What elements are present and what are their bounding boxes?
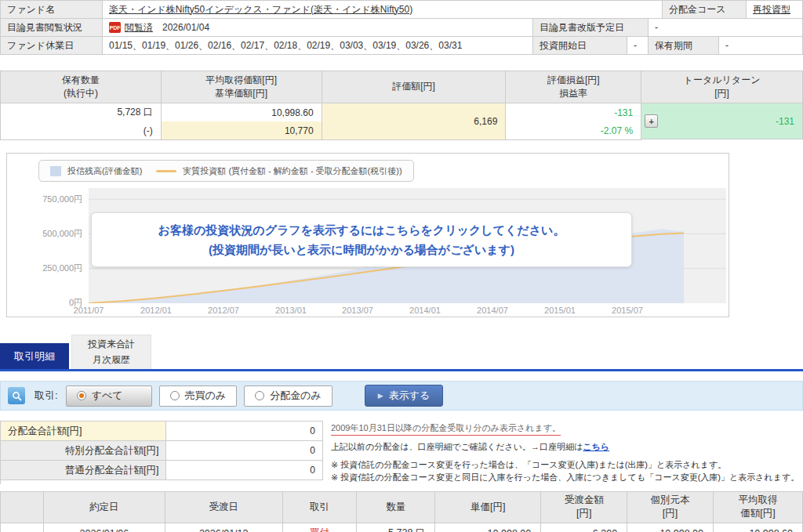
prospectus-row: 目論見書閲覧状況 PDF 閲覧済 2026/01/04 目論見書改版予定日 - [1, 19, 803, 37]
holding-period-value: - [719, 37, 803, 55]
note-cutoff-date: 2009年10月31日以降の分配金受取り分のみ表示されます。 [331, 422, 561, 436]
search-icon [8, 387, 25, 404]
overlay-line2: (投資期間が長いと表示に時間がかかる場合がございます) [209, 240, 514, 260]
prospectus-rev-label: 目論見書改版予定日 [533, 19, 649, 37]
header-empty [1, 491, 44, 523]
pl-cell: -131 -2.07 % [506, 103, 641, 140]
fund-holiday-row: ファンド休業日 01/15、01/19、01/26、02/16、02/17、02… [1, 37, 803, 55]
filter-label: 取引: [35, 389, 58, 403]
ordinary-distribution-row: 普通分配金合計額[円] 0 [1, 461, 323, 480]
total-return-cell: + -131 [641, 103, 803, 139]
radio-all-selected-icon[interactable] [77, 391, 86, 400]
nav-value: 10,770 [162, 121, 322, 139]
header-pl: 評価損益[円] 損益率 [506, 71, 641, 103]
header-quantity: 保有数量 (執行中) [1, 71, 162, 103]
distribution-total-value: 0 [166, 422, 323, 441]
distribution-section: 分配金合計額[円] 0 特別分配金合計額[円] 0 普通分配金合計額[円] 0 … [0, 421, 803, 484]
header-tx-quantity: 数量 [357, 491, 435, 523]
dist-course-link[interactable]: 再投資型 [753, 3, 790, 16]
pdf-icon[interactable]: PDF [109, 22, 121, 33]
show-button-label: 表示する [389, 389, 431, 403]
holding-period-label: 保有期間 [649, 37, 719, 55]
investment-chart: 投信残高(評価金額) 実質投資額 (買付金額 - 解約金額 - 受取分配金額(税… [6, 153, 729, 317]
valuation-value: 6,169 [322, 103, 506, 139]
header-settle-date: 受渡日 [165, 491, 282, 523]
y-tick-750000: 750,000円 [7, 194, 82, 205]
fund-name-link[interactable]: 楽天・インド株Nifty50インデックス・ファンド(楽天・インド株Nifty50… [109, 3, 412, 16]
prospectus-viewed-link[interactable]: 閲覧済 [125, 21, 153, 34]
header-settle-amount: 受渡金額 [円] [541, 491, 627, 523]
account-detail-link[interactable]: こちら [583, 442, 609, 451]
x-tick-2015-01: 2015/01 [538, 306, 582, 315]
invest-start-label: 投資開始日 [533, 37, 627, 55]
filter-option-all[interactable]: すべて [66, 385, 152, 407]
fund-name-row: ファンド名 楽天・インド株Nifty50インデックス・ファンド(楽天・インド株N… [1, 1, 803, 19]
total-return-value: -131 [658, 116, 794, 127]
distribution-notes: 2009年10月31日以降の分配金受取り分のみ表示されます。 上記以前の分配金は… [331, 421, 799, 484]
note-account-detail: 上記以前の分配金は、口座明細でご確認ください。→口座明細はこちら [331, 441, 799, 453]
filter-option-distributions-label: 分配金のみ [270, 389, 322, 403]
detail-tabs: 取引明細 投資来合計 月次履歴 [0, 335, 803, 371]
dist-course-label: 分配金コース [663, 1, 747, 19]
tx-individual-principal: 10,998.00 [627, 523, 714, 532]
prospectus-date: 2026/01/04 [162, 22, 209, 33]
transaction-filter-bar: 取引: すべて 売買のみ 分配金のみ ▶ 表示する [0, 381, 803, 411]
legend-area-swatch [50, 166, 61, 176]
fund-holiday-label: ファンド休業日 [1, 37, 103, 55]
quantity-cell: 5,728 口 (-) [1, 103, 162, 140]
distribution-total-row: 分配金合計額[円] 0 [1, 422, 323, 441]
radio-trades-icon[interactable] [170, 391, 180, 400]
show-button-arrow-icon: ▶ [378, 392, 383, 400]
transaction-row: 2026/01/06 2026/01/13 買付 5,728 口 10,998.… [1, 523, 803, 532]
x-tick-2013-07: 2013/07 [336, 306, 380, 315]
avg-price-cell: 10,998.60 10,770 [162, 103, 322, 140]
dist-course-cell: 再投資型 [747, 1, 803, 19]
quantity-value: 5,728 口 [1, 103, 161, 121]
avg-price-value: 10,998.60 [162, 103, 322, 121]
x-tick-2014-01: 2014/01 [403, 306, 447, 315]
legend-invested-label: 実質投資額 (買付金額 - 解約金額 - 受取分配金額(税引後)) [183, 165, 402, 177]
filter-option-trades-only[interactable]: 売買のみ [159, 385, 238, 407]
tab-transaction-detail[interactable]: 取引明細 [0, 343, 69, 369]
radio-distributions-icon[interactable] [255, 391, 264, 400]
distribution-table: 分配金合計額[円] 0 特別分配金合計額[円] 0 普通分配金合計額[円] 0 [0, 421, 323, 484]
show-button[interactable]: ▶ 表示する [365, 385, 444, 407]
chart-load-overlay-button[interactable]: お客様の投資状況のグラフを表示するにはこちらをクリックしてください。 (投資期間… [91, 212, 632, 267]
filter-option-distributions-only[interactable]: 分配金のみ [244, 385, 332, 407]
legend-line-swatch [156, 170, 176, 172]
legend-balance-label: 投信残高(評価金額) [67, 165, 142, 177]
tx-empty-cell [1, 523, 44, 532]
expand-total-return-button[interactable]: + [645, 114, 658, 128]
tx-type: 買付 [282, 523, 357, 532]
note-course-change: ※ 投資信託の分配金コース変更を行った場合は、「コース変更(入庫)または(出庫)… [331, 459, 799, 484]
x-tick-2014-07: 2014/07 [471, 306, 514, 315]
note-account-detail-text: 上記以前の分配金は、口座明細でご確認ください。→口座明細は [331, 442, 583, 451]
special-distribution-value: 0 [166, 441, 323, 461]
pl-rate-value: -2.07 % [506, 121, 641, 139]
valuation-cell: 6,169 [322, 103, 507, 140]
special-distribution-row: 特別分配金合計額[円] 0 [1, 441, 323, 461]
tab-cumulative-monthly[interactable]: 投資来合計 月次履歴 [71, 335, 151, 369]
ordinary-distribution-value: 0 [166, 461, 323, 480]
holdings-table: 保有数量 (執行中) 平均取得価額[円] 基準価額[円] 評価額[円] 評価損益… [0, 71, 803, 140]
header-individual-principal: 個別元本 [円] [627, 491, 714, 523]
header-unit-price: 単価[円] [435, 491, 541, 523]
transactions-table: 約定日 受渡日 取引 数量 単価[円] 受渡金額 [円] 個別元本 [円] 平均… [0, 491, 803, 532]
header-valuation: 評価額[円] [322, 71, 507, 103]
header-trade-date: 約定日 [43, 491, 165, 523]
special-distribution-label: 特別分配金合計額[円] [1, 441, 166, 461]
holdings-data-row: 5,728 口 (-) 10,998.60 10,770 6,169 -131 … [1, 103, 803, 140]
transactions-header-row: 約定日 受渡日 取引 数量 単価[円] 受渡金額 [円] 個別元本 [円] 平均… [1, 491, 803, 523]
y-tick-500000: 500,000円 [7, 228, 82, 240]
header-type: 取引 [282, 491, 357, 523]
x-tick-2015-07: 2015/07 [605, 306, 649, 315]
executing-value: (-) [1, 121, 161, 139]
header-total-return: トータルリターン [円] [641, 71, 803, 103]
x-tick-2012-07: 2012/07 [202, 306, 245, 315]
note-course-change-1: ※ 投資信託の分配金コース変更を行った場合は、「コース変更(入庫)または(出庫)… [331, 459, 799, 472]
x-tick-2011-07: 2011/07 [67, 306, 111, 315]
ordinary-distribution-label: 普通分配金合計額[円] [1, 461, 166, 480]
y-tick-250000: 250,000円 [7, 262, 82, 274]
x-tick-2012-01: 2012/01 [134, 306, 178, 315]
fund-holidays: 01/15、01/19、01/26、02/16、02/17、02/18、02/1… [103, 37, 533, 55]
